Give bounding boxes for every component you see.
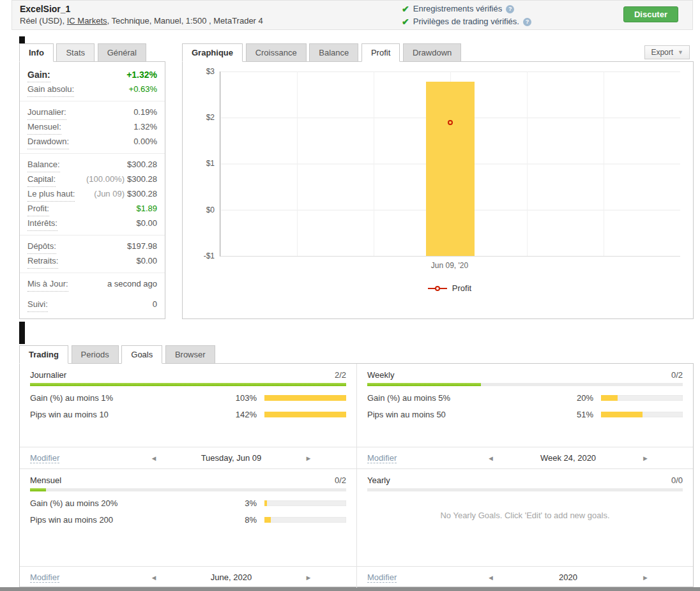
next-period-button[interactable]: ► (305, 454, 312, 462)
edit-wrap: Modifier (30, 453, 116, 463)
quad-progress-track (30, 383, 346, 386)
next-period-button[interactable]: ► (305, 574, 312, 581)
info-label: Profit: (27, 202, 49, 216)
chart-panel-body: $3 $2 $1 $0 -$1 Jun 09, '20 Profit (182, 61, 694, 319)
divider (20, 101, 165, 101)
next-period-button[interactable]: ► (642, 574, 649, 581)
chart-panel: Graphique Croissance Balance Profit Draw… (182, 43, 694, 319)
quad-footer: Modifier ◄ Tuesday, Jun 09 ► (20, 447, 356, 468)
tab-drawdown[interactable]: Drawdown (403, 43, 461, 62)
info-value: $197.98 (127, 239, 157, 253)
tab-trading[interactable]: Trading (19, 345, 68, 364)
prev-period-button[interactable]: ◄ (487, 574, 494, 581)
edit-goals-link[interactable]: Modifier (367, 453, 397, 463)
quad-header: Journalier 2/2 (30, 370, 346, 380)
goal-bar-track (264, 517, 346, 523)
next-period-button[interactable]: ► (642, 454, 649, 462)
tab-info[interactable]: Info (19, 43, 54, 62)
edit-goals-link[interactable]: Modifier (30, 453, 59, 463)
divider (20, 273, 165, 273)
info-value: (100.00%)$300.28 (86, 172, 157, 186)
discuss-button[interactable]: Discuter (623, 6, 678, 22)
edit-goals-link[interactable]: Modifier (367, 572, 397, 583)
tab-periods[interactable]: Periods (72, 345, 119, 364)
no-goals-message: No Yearly Goals. Click 'Edit' to add new… (367, 511, 683, 520)
tab-goals[interactable]: Goals (121, 345, 162, 364)
goals-row-bottom: Mensuel 0/2 Gain (%) au moins 20% 3% Pip… (20, 469, 693, 588)
goal-bar-fill (264, 500, 267, 506)
y-axis-tick: $2 (189, 113, 215, 122)
info-label: Balance: (27, 158, 60, 172)
quad-header: Weekly 0/2 (367, 370, 683, 380)
goals-panel-body: Journalier 2/2 Gain (%) au moins 1% 103%… (19, 363, 694, 587)
goal-row: Gain (%) au moins 1% 103% (30, 393, 346, 403)
tab-graphique[interactable]: Graphique (182, 43, 243, 62)
info-value: $1.89 (136, 202, 157, 216)
info-value: 0.19% (133, 105, 157, 119)
quad-progress-track (367, 488, 683, 491)
quad-score: 0/2 (671, 370, 683, 380)
info-value-prefix: (100.00%) (86, 174, 125, 184)
chart-legend: Profit (220, 283, 680, 293)
info-label: Gain: (27, 68, 50, 82)
info-value: a second ago (107, 277, 157, 291)
quad-footer: Modifier ◄ 2020 ► (357, 566, 693, 588)
info-label: Retraits: (27, 254, 58, 269)
info-value: 0.00% (133, 135, 157, 149)
account-header: ExcelSior_1 Réel (USD), IC Markets, Tech… (11, 0, 693, 30)
prev-period-button[interactable]: ◄ (151, 454, 158, 462)
info-row-balance: Balance: $300.28 (27, 158, 157, 172)
info-value: 0 (153, 297, 157, 311)
info-panel-body: Gain: +1.32% Gain absolu: +0.63% Journal… (19, 61, 165, 319)
goal-quad-journalier: Journalier 2/2 Gain (%) au moins 1% 103%… (20, 364, 356, 468)
quad-title: Weekly (367, 370, 394, 380)
period-label: 2020 (512, 572, 624, 582)
tab-stats[interactable]: Stats (56, 43, 95, 62)
tab-balance[interactable]: Balance (309, 43, 358, 62)
help-icon[interactable]: ? (523, 18, 531, 26)
period-label: Tuesday, Jun 09 (176, 453, 287, 463)
tab-browser[interactable]: Browser (165, 345, 215, 364)
edit-wrap: Modifier (367, 572, 453, 582)
broker-link[interactable]: IC Markets (67, 16, 107, 26)
quad-header: Mensuel 0/2 (30, 475, 346, 485)
tab-profit[interactable]: Profit (361, 43, 400, 62)
goal-row: Pips win au moins 50 51% (367, 410, 683, 419)
period-label: June, 2020 (176, 572, 287, 582)
tab-general[interactable]: Général (98, 43, 146, 62)
info-value: $0.00 (136, 216, 157, 230)
info-value: (Jun 09)$300.28 (94, 187, 157, 201)
info-row-suivi: Suivi: 0 (27, 297, 157, 312)
account-block: ExcelSior_1 Réel (USD), IC Markets, Tech… (20, 4, 263, 26)
quad-title: Mensuel (30, 475, 61, 485)
section-marker-bottom (19, 322, 25, 344)
goal-quad-yearly: Yearly 0/0 No Yearly Goals. Click 'Edit'… (356, 469, 693, 588)
quad-progress-fill (367, 383, 481, 386)
y-axis-tick: $1 (189, 159, 215, 168)
edit-goals-link[interactable]: Modifier (30, 572, 59, 583)
goal-row: Gain (%) au moins 5% 20% (367, 393, 683, 403)
tab-croissance[interactable]: Croissance (246, 43, 307, 62)
info-row-drawdown: Drawdown: 0.00% (27, 135, 157, 149)
goals-panel: Trading Periods Goals Browser Journalier… (19, 345, 694, 587)
export-button[interactable]: Export ▼ (644, 45, 690, 59)
info-value-main: $300.28 (127, 174, 157, 184)
info-row-gain: Gain: +1.32% (27, 68, 157, 82)
goal-label: Gain (%) au moins 1% (30, 393, 226, 403)
goal-label: Pips win au moins 10 (30, 410, 226, 419)
info-label: Dépôts: (27, 239, 56, 254)
goal-label: Gain (%) au moins 5% (367, 393, 563, 403)
edit-wrap: Modifier (30, 572, 116, 582)
prev-period-button[interactable]: ◄ (487, 454, 494, 462)
info-label: Gain absolu: (27, 82, 74, 97)
info-row-plus-haut: Le plus haut: (Jun 09)$300.28 (27, 187, 157, 202)
info-value-main: $300.28 (127, 189, 157, 198)
goal-bar-fill (601, 412, 643, 417)
y-axis-tick: $3 (189, 67, 215, 76)
prev-period-button[interactable]: ◄ (151, 574, 158, 581)
help-icon[interactable]: ? (506, 5, 514, 13)
info-label: Suivi: (27, 297, 48, 312)
goal-bar-track (601, 395, 683, 401)
subtitle-pre: Réel (USD), (20, 16, 67, 26)
goal-quad-mensuel: Mensuel 0/2 Gain (%) au moins 20% 3% Pip… (20, 469, 356, 588)
